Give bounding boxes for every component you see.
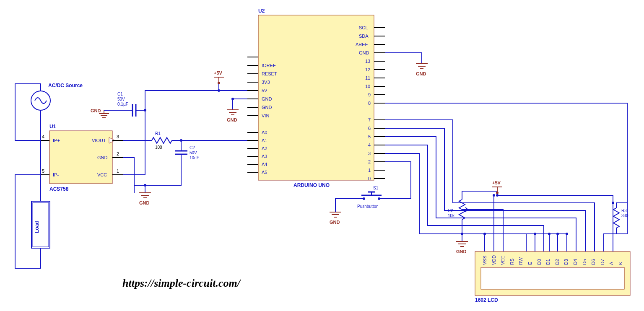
- svg-text:D4: D4: [573, 259, 578, 265]
- svg-text:GND: GND: [97, 155, 108, 160]
- svg-text:50V: 50V: [190, 150, 197, 155]
- svg-text:RESET: RESET: [262, 71, 277, 76]
- svg-text:GND: GND: [359, 50, 369, 55]
- svg-point-147: [493, 194, 495, 197]
- svg-text:Pushbutton: Pushbutton: [357, 204, 379, 209]
- gnd-5: GND: [416, 64, 428, 76]
- svg-point-149: [534, 233, 536, 235]
- svg-text:S1: S1: [373, 186, 379, 190]
- svg-text:50V: 50V: [117, 97, 125, 101]
- svg-text:1: 1: [368, 168, 371, 173]
- svg-text:VSS: VSS: [482, 256, 487, 265]
- c2-capacitor: C2 50V 10nF: [175, 140, 199, 163]
- svg-text:C2: C2: [190, 145, 195, 150]
- gnd-1: GND: [91, 108, 109, 118]
- svg-text:C1: C1: [117, 92, 123, 96]
- svg-text:AREF: AREF: [356, 42, 368, 47]
- u1-name: ACS758: [49, 186, 69, 192]
- u2-ref: U2: [258, 8, 265, 14]
- svg-text:GND: GND: [262, 96, 272, 101]
- svg-point-144: [231, 98, 234, 100]
- svg-text:VEE: VEE: [500, 256, 505, 265]
- svg-text:A2: A2: [262, 146, 267, 151]
- svg-text:SCL: SCL: [359, 25, 368, 30]
- svg-text:1: 1: [117, 168, 119, 174]
- svg-text:GND: GND: [227, 117, 237, 122]
- svg-rect-19: [258, 15, 374, 180]
- load-label: Load: [34, 221, 40, 233]
- svg-point-100: [363, 197, 365, 200]
- svg-text:D3: D3: [564, 259, 569, 265]
- svg-text:11: 11: [365, 75, 370, 80]
- u3-lcd: 1602 LCD: [475, 251, 630, 303]
- svg-text:A: A: [609, 262, 614, 265]
- u1-ref: U1: [49, 124, 56, 130]
- svg-text:3V3: 3V3: [262, 80, 270, 85]
- svg-text:7: 7: [368, 117, 371, 122]
- svg-point-151: [556, 233, 559, 235]
- svg-text:8: 8: [368, 101, 371, 106]
- svg-text:D7: D7: [600, 259, 605, 265]
- source-url: https://simple-circuit.com/: [122, 277, 242, 289]
- svg-text:GND: GND: [139, 200, 150, 205]
- svg-text:5: 5: [42, 168, 44, 174]
- svg-text:2: 2: [117, 151, 119, 156]
- svg-text:GND: GND: [456, 249, 467, 254]
- s1-pushbutton: S1 Pushbutton: [356, 186, 387, 209]
- svg-text:0: 0: [368, 176, 371, 181]
- c1-capacitor: C1 50V 0.1µF: [117, 92, 145, 117]
- svg-text:+5V: +5V: [492, 180, 501, 185]
- svg-text:SDA: SDA: [359, 34, 369, 39]
- svg-point-141: [144, 109, 146, 111]
- svg-text:3: 3: [368, 151, 371, 156]
- svg-text:9: 9: [368, 92, 371, 97]
- svg-text:+5V: +5V: [214, 70, 223, 75]
- svg-text:6: 6: [368, 126, 371, 131]
- svg-text:100: 100: [155, 145, 162, 150]
- svg-point-153: [461, 233, 463, 235]
- svg-text:IP+: IP+: [53, 138, 60, 143]
- u3-name: 1602 LCD: [475, 297, 498, 303]
- ac-source-label: AC/DC Source: [48, 83, 83, 88]
- gnd-3: GND: [227, 110, 239, 122]
- svg-text:IP-: IP-: [53, 172, 59, 177]
- svg-text:10k: 10k: [448, 213, 455, 218]
- svg-text:A0: A0: [262, 130, 267, 135]
- svg-text:D6: D6: [591, 259, 596, 265]
- svg-point-146: [496, 194, 499, 197]
- r3-resistor: R3 330: [613, 208, 628, 228]
- r2-pot: R2 10k: [448, 191, 468, 234]
- svg-text:A5: A5: [262, 170, 267, 175]
- r1-resistor: R1 100: [152, 131, 172, 150]
- svg-text:5: 5: [368, 134, 371, 139]
- svg-text:D0: D0: [537, 259, 542, 265]
- svg-text:K: K: [618, 262, 623, 265]
- v5-rail-left: +5V: [214, 70, 224, 84]
- svg-text:VIOUT: VIOUT: [92, 138, 106, 143]
- svg-text:13: 13: [365, 59, 370, 64]
- svg-point-148: [483, 233, 486, 235]
- svg-text:VIN: VIN: [262, 113, 269, 118]
- svg-text:IOREF: IOREF: [262, 63, 276, 68]
- svg-text:RS: RS: [509, 259, 514, 265]
- ac-source: AC/DC Source: [31, 83, 83, 110]
- load-block: Load: [31, 201, 50, 248]
- svg-text:12: 12: [365, 67, 370, 72]
- svg-point-150: [548, 233, 551, 235]
- u1-acs758: U1 ACS758 IP+ 4 IP- 5 VIOUT 3 GND 2 VCC …: [40, 124, 123, 192]
- svg-text:5V: 5V: [262, 88, 267, 93]
- svg-text:4: 4: [368, 143, 371, 148]
- svg-text:2: 2: [368, 159, 371, 164]
- u2-name: ARDUINO UNO: [293, 182, 330, 188]
- gnd-2: GND: [139, 193, 151, 205]
- svg-text:4: 4: [42, 134, 44, 139]
- svg-text:VCC: VCC: [97, 172, 107, 177]
- svg-text:VDD: VDD: [491, 255, 496, 265]
- svg-point-145: [612, 202, 614, 204]
- svg-text:GND: GND: [91, 108, 101, 113]
- gnd-6: GND: [456, 241, 468, 254]
- svg-text:R1: R1: [155, 131, 161, 136]
- svg-point-152: [566, 233, 568, 235]
- svg-text:A3: A3: [262, 154, 267, 159]
- svg-text:10: 10: [365, 84, 370, 89]
